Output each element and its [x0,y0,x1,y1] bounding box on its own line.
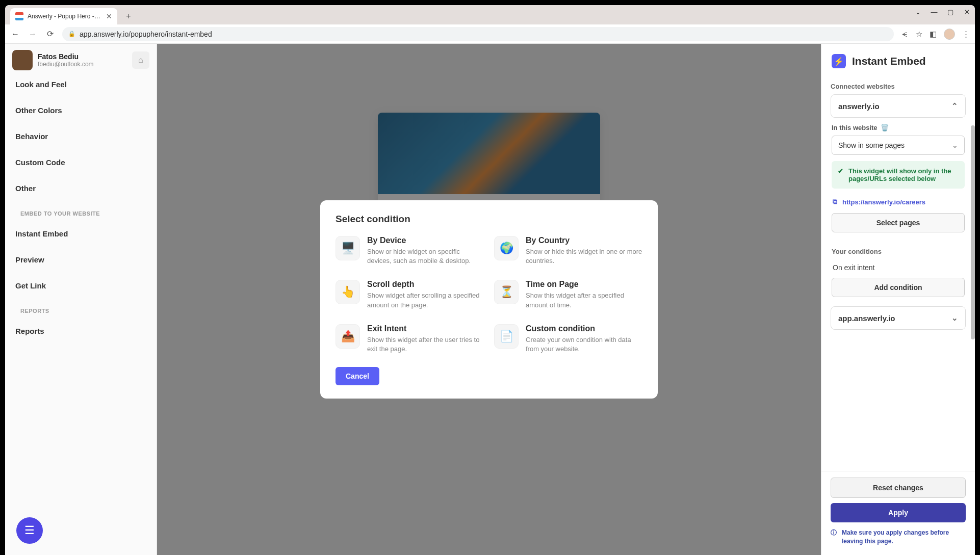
your-conditions-label: Your conditions [832,248,965,255]
lock-icon: 🔒 [68,31,75,37]
document-icon: 📄 [494,324,519,349]
reload-button[interactable]: ⟳ [45,29,55,39]
sidebar-item-look-and-feel[interactable]: Look and Feel [5,76,157,97]
website-name: app.answerly.io [838,314,895,323]
condition-by-country[interactable]: 🌍 By Country Show or hide this widget in… [494,236,642,266]
user-email: fbediu@outlook.com [38,61,94,68]
select-pages-button[interactable]: Select pages [832,213,965,232]
condition-exit-intent[interactable]: 📤 Exit Intent Show this widget after the… [336,324,484,354]
condition-desc: Show or hide widget on specific devices,… [367,247,484,266]
apply-button[interactable]: Apply [831,503,966,522]
exit-icon: 📤 [336,324,360,349]
scroll-icon: 👆 [336,280,360,304]
chevron-down-icon: ⌄ [951,313,958,323]
condition-title: By Device [367,236,484,245]
user-profile[interactable]: Fatos Bediu fbediu@outlook.com ⌂ [5,44,157,76]
show-mode-value: Show in some pages [838,141,905,149]
in-website-label: In this website 🗑️ [832,124,965,131]
address-bar: ← → ⟳ 🔒 app.answerly.io/popuphero/instan… [5,24,975,44]
bolt-icon: ⚡ [832,54,846,68]
add-condition-button[interactable]: Add condition [832,278,965,297]
sidebar-header-embed: EMBED TO YOUR WEBSITE [5,201,157,221]
condition-title: By Country [526,236,642,245]
right-panel: ⚡ Instant Embed Connected websites answe… [821,44,975,555]
share-icon[interactable]: ⪪ [901,30,909,38]
forward-button[interactable]: → [28,30,38,39]
chevron-down-icon: ⌄ [952,141,958,149]
condition-title: Scroll depth [367,280,484,289]
close-window-icon[interactable]: ✕ [962,8,972,16]
globe-icon: 🌍 [494,236,519,260]
modal-overlay[interactable]: Select condition 🖥️ By Device Show or hi… [157,44,821,555]
condition-title: Custom condition [526,324,642,333]
scrollbar-thumb[interactable] [971,125,975,339]
home-button[interactable]: ⌂ [132,51,149,69]
condition-title: Exit Intent [367,324,484,333]
info-icon: ⓘ [831,528,837,546]
close-tab-icon[interactable]: ✕ [106,12,112,20]
info-text: This widget will show only in the pages/… [848,167,959,182]
info-message: ✔ This widget will show only in the page… [832,161,965,189]
device-icon: 🖥️ [336,236,360,260]
show-mode-select[interactable]: Show in some pages ⌄ [832,136,965,155]
warning-message: ⓘ Make sure you apply changes before lea… [831,528,966,546]
page-url: https://answerly.io/careers [842,198,925,206]
condition-scroll-depth[interactable]: 👆 Scroll depth Show widget after scrolli… [336,280,484,309]
sidebar-item-behavior[interactable]: Behavior [5,123,157,149]
condition-item[interactable]: On exit intent [832,259,965,278]
back-button[interactable]: ← [10,30,20,39]
maximize-icon[interactable]: ▢ [945,8,956,16]
new-tab-button[interactable]: + [121,9,136,23]
minimize-icon[interactable]: — [929,8,939,16]
connected-websites-label: Connected websites [831,83,966,90]
sidebar-item-get-link[interactable]: Get Link [5,273,157,299]
extensions-icon[interactable]: ◧ [930,30,937,39]
website-accordion-2[interactable]: app.answerly.io ⌄ [831,306,966,330]
fab-menu-button[interactable]: ☰ [16,517,43,544]
condition-desc: Show widget after scrolling a specified … [367,291,484,309]
condition-desc: Show this widget after the user tries to… [367,335,484,354]
bookmark-icon[interactable]: ☆ [916,30,922,39]
reset-changes-button[interactable]: Reset changes [831,478,966,498]
modal-title: Select condition [336,214,642,225]
page-link-row[interactable]: ⧉ https://answerly.io/careers [832,195,965,213]
avatar [12,50,33,70]
check-circle-icon: ✔ [838,167,843,182]
trash-icon[interactable]: 🗑️ [881,124,889,131]
condition-custom[interactable]: 📄 Custom condition Create your own condi… [494,324,642,354]
warning-text: Make sure you apply changes before leavi… [842,528,966,546]
condition-title: Time on Page [526,280,642,289]
browser-tab[interactable]: Answerly - Popup Hero - Inst ✕ [10,8,117,24]
main-canvas: Select condition 🖥️ By Device Show or hi… [157,44,821,555]
chevron-up-icon: ⌃ [951,101,958,111]
sidebar-item-other-colors[interactable]: Other Colors [5,97,157,123]
external-link-icon: ⧉ [833,198,837,206]
website-accordion-1[interactable]: answerly.io ⌃ [831,94,966,118]
website-name: answerly.io [838,102,880,111]
condition-desc: Show or hide this widget in one or more … [526,247,642,266]
select-condition-modal: Select condition 🖥️ By Device Show or hi… [320,200,658,399]
browser-tab-bar: Answerly - Popup Hero - Inst ✕ + ⌄ — ▢ ✕ [5,5,975,24]
condition-by-device[interactable]: 🖥️ By Device Show or hide widget on spec… [336,236,484,266]
condition-time-on-page[interactable]: ⏳ Time on Page Show this widget after a … [494,280,642,309]
cancel-button[interactable]: Cancel [336,367,379,385]
hourglass-icon: ⏳ [494,280,519,304]
sidebar-item-reports[interactable]: Reports [5,318,157,344]
condition-desc: Create your own condition with data from… [526,335,642,354]
condition-desc: Show this widget after a specified amoun… [526,291,642,309]
sidebar-header-reports: REPORTS [5,299,157,318]
url-text: app.answerly.io/popuphero/instant-embed [80,30,212,38]
sidebar-item-instant-embed[interactable]: Instant Embed [5,221,157,247]
sidebar-item-preview[interactable]: Preview [5,247,157,273]
favicon-icon [15,12,23,20]
url-field[interactable]: 🔒 app.answerly.io/popuphero/instant-embe… [62,27,894,41]
menu-icon[interactable]: ⋮ [962,30,970,39]
sidebar-item-other[interactable]: Other [5,175,157,201]
user-name: Fatos Bediu [38,52,94,61]
tab-title: Answerly - Popup Hero - Inst [28,13,102,20]
profile-avatar-icon[interactable] [944,29,955,40]
chevron-down-icon[interactable]: ⌄ [913,8,923,16]
panel-title: Instant Embed [852,55,926,67]
sidebar-item-custom-code[interactable]: Custom Code [5,149,157,175]
sidebar: Fatos Bediu fbediu@outlook.com ⌂ Look an… [5,44,157,555]
